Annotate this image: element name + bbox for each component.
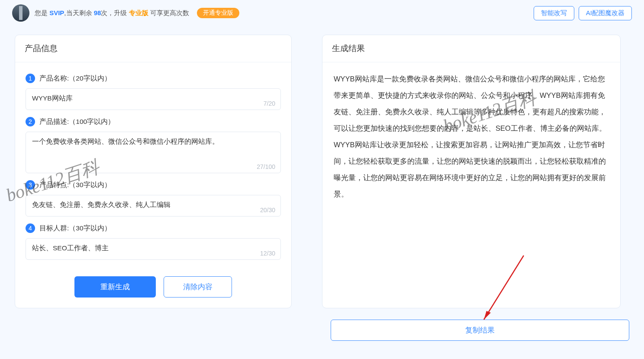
target-audience-value[interactable]: 站长、SEO工作者、博主 bbox=[32, 244, 274, 253]
step-badge-3: 3 bbox=[26, 180, 35, 190]
target-audience-label: 目标人群:（30字以内） bbox=[39, 224, 111, 233]
product-info-title: 产品信息 bbox=[15, 35, 291, 62]
field-label: 4 目标人群:（30字以内） bbox=[26, 223, 281, 233]
main-content: 产品信息 1 产品名称:（20字以内） WYYB网站库 7/20 2 产品描述:… bbox=[0, 26, 644, 308]
product-name-label: 产品名称:（20字以内） bbox=[39, 74, 111, 83]
field-label: 1 产品名称:（20字以内） bbox=[26, 74, 281, 83]
product-desc-input-wrap[interactable]: 一个免费收录各类网站、微信公众号和微信小程序的网站库。 27/100 bbox=[26, 132, 281, 173]
copy-result-button[interactable]: 复制结果 bbox=[331, 320, 629, 341]
product-name-input-wrap[interactable]: WYYB网站库 7/20 bbox=[26, 88, 281, 110]
product-info-panel: 产品信息 1 产品名称:（20字以内） WYYB网站库 7/20 2 产品描述:… bbox=[15, 35, 292, 308]
user-message: 您是 SVIP,当天剩余 98次，升级 专业版 可享更高次数 bbox=[35, 9, 189, 17]
field-product-feature: 3 产品特点:（30字以内） 免友链、免注册、免费永久收录、纯人工编辑 20/3… bbox=[26, 180, 281, 217]
step-badge-4: 4 bbox=[26, 223, 35, 233]
remaining-count: 98 bbox=[94, 9, 101, 16]
pro-label: 专业版 bbox=[129, 9, 148, 16]
user-status: 您是 SVIP,当天剩余 98次，升级 专业版 可享更高次数 开通专业版 bbox=[12, 4, 239, 22]
open-pro-button[interactable]: 开通专业版 bbox=[197, 8, 239, 18]
form-body: 1 产品名称:（20字以内） WYYB网站库 7/20 2 产品描述:（100字… bbox=[15, 62, 291, 308]
product-feature-counter: 20/30 bbox=[260, 207, 275, 213]
product-feature-input-wrap[interactable]: 免友链、免注册、免费永久收录、纯人工编辑 20/30 bbox=[26, 195, 281, 217]
product-feature-value[interactable]: 免友链、免注册、免费永久收录、纯人工编辑 bbox=[32, 201, 274, 210]
step-badge-1: 1 bbox=[26, 74, 35, 83]
target-audience-counter: 12/30 bbox=[260, 250, 275, 257]
copy-wrap: 复制结果 bbox=[331, 314, 629, 341]
top-right-actions: 智能改写 AI配图魔改器 bbox=[534, 6, 632, 20]
field-target-audience: 4 目标人群:（30字以内） 站长、SEO工作者、博主 12/30 bbox=[26, 223, 281, 260]
step-badge-2: 2 bbox=[26, 117, 35, 126]
clear-button[interactable]: 清除内容 bbox=[164, 276, 232, 298]
field-product-desc: 2 产品描述:（100字以内） 一个免费收录各类网站、微信公众号和微信小程序的网… bbox=[26, 117, 281, 173]
svip-label: SVIP bbox=[49, 9, 64, 16]
product-feature-label: 产品特点:（30字以内） bbox=[39, 181, 111, 190]
avatar[interactable] bbox=[12, 4, 29, 22]
product-name-value[interactable]: WYYB网站库 bbox=[32, 94, 274, 103]
form-actions: 重新生成 清除内容 bbox=[26, 276, 281, 298]
product-desc-label: 产品描述:（100字以内） bbox=[39, 117, 115, 126]
ai-image-button[interactable]: AI配图魔改器 bbox=[579, 6, 632, 20]
product-desc-value[interactable]: 一个免费收录各类网站、微信公众号和微信小程序的网站库。 bbox=[32, 137, 274, 146]
smart-rewrite-button[interactable]: 智能改写 bbox=[534, 6, 574, 20]
target-audience-input-wrap[interactable]: 站长、SEO工作者、博主 12/30 bbox=[26, 238, 281, 260]
result-panel: 生成结果 WYYB网站库是一款免费收录各类网站、微信公众号和微信小程序的网站库，… bbox=[322, 35, 621, 308]
result-content: WYYB网站库是一款免费收录各类网站、微信公众号和微信小程序的网站库，它给您带来… bbox=[322, 62, 620, 308]
product-name-counter: 7/20 bbox=[264, 100, 275, 107]
field-label: 3 产品特点:（30字以内） bbox=[26, 180, 281, 190]
result-title: 生成结果 bbox=[322, 35, 620, 62]
field-label: 2 产品描述:（100字以内） bbox=[26, 117, 281, 126]
top-bar: 您是 SVIP,当天剩余 98次，升级 专业版 可享更高次数 开通专业版 智能改… bbox=[0, 0, 644, 26]
product-desc-counter: 27/100 bbox=[257, 163, 275, 170]
regenerate-button[interactable]: 重新生成 bbox=[74, 276, 156, 298]
field-product-name: 1 产品名称:（20字以内） WYYB网站库 7/20 bbox=[26, 74, 281, 110]
